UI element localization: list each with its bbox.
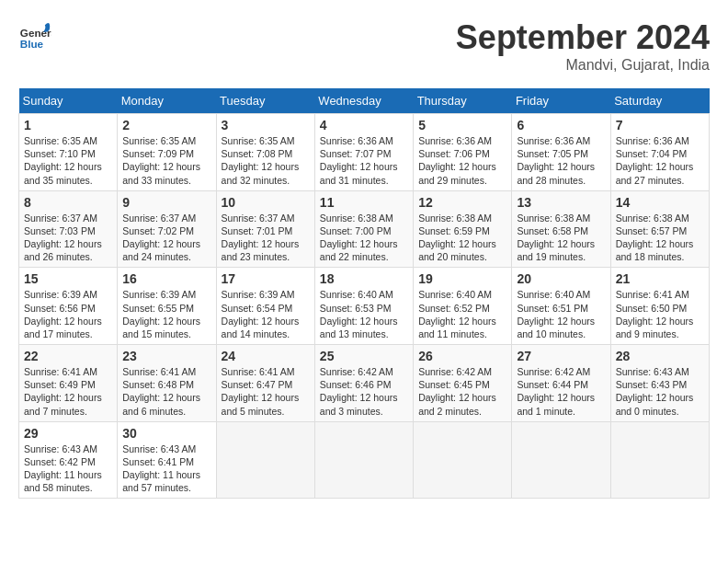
cell-content: Sunrise: 6:40 AMSunset: 6:52 PMDaylight:… [418, 289, 496, 339]
calendar-cell [512, 421, 610, 499]
calendar-cell: 11Sunrise: 6:38 AMSunset: 7:00 PMDayligh… [314, 190, 413, 268]
day-number: 4 [320, 118, 408, 132]
calendar-cell: 4Sunrise: 6:36 AMSunset: 7:07 PMDaylight… [314, 114, 413, 191]
day-number: 22 [24, 349, 112, 363]
calendar-week-1: 1Sunrise: 6:35 AMSunset: 7:10 PMDaylight… [19, 114, 710, 191]
cell-content: Sunrise: 6:42 AMSunset: 6:44 PMDaylight:… [517, 366, 595, 417]
calendar-cell: 21Sunrise: 6:41 AMSunset: 6:50 PMDayligh… [610, 268, 709, 345]
cell-content: Sunrise: 6:36 AMSunset: 7:07 PMDaylight:… [320, 135, 398, 186]
calendar-cell: 20Sunrise: 6:40 AMSunset: 6:51 PMDayligh… [512, 268, 610, 345]
cell-content: Sunrise: 6:36 AMSunset: 7:05 PMDaylight:… [517, 135, 595, 186]
day-number: 30 [122, 426, 210, 441]
day-number: 6 [517, 118, 605, 132]
calendar-cell: 5Sunrise: 6:36 AMSunset: 7:06 PMDaylight… [414, 114, 512, 191]
col-tuesday: Tuesday [216, 88, 314, 114]
day-number: 24 [222, 349, 310, 363]
logo: General Blue [18, 18, 51, 52]
calendar-cell: 3Sunrise: 6:35 AMSunset: 7:08 PMDaylight… [216, 114, 314, 191]
calendar-cell: 15Sunrise: 6:39 AMSunset: 6:56 PMDayligh… [19, 268, 118, 345]
cell-content: Sunrise: 6:39 AMSunset: 6:56 PMDaylight:… [24, 289, 102, 339]
day-number: 16 [122, 271, 210, 286]
calendar-cell: 23Sunrise: 6:41 AMSunset: 6:48 PMDayligh… [118, 345, 216, 422]
calendar-cell: 24Sunrise: 6:41 AMSunset: 6:47 PMDayligh… [216, 345, 314, 422]
calendar-table: Sunday Monday Tuesday Wednesday Thursday… [18, 88, 710, 499]
cell-content: Sunrise: 6:37 AMSunset: 7:03 PMDaylight:… [24, 213, 102, 263]
calendar-cell: 2Sunrise: 6:35 AMSunset: 7:09 PMDaylight… [118, 114, 216, 191]
calendar-cell: 1Sunrise: 6:35 AMSunset: 7:10 PMDaylight… [19, 114, 118, 191]
calendar-cell: 29Sunrise: 6:43 AMSunset: 6:42 PMDayligh… [19, 421, 118, 499]
calendar-cell [216, 421, 314, 499]
day-number: 23 [122, 349, 210, 363]
day-number: 8 [24, 195, 112, 210]
col-sunday: Sunday [19, 88, 118, 114]
calendar-cell: 7Sunrise: 6:36 AMSunset: 7:04 PMDaylight… [610, 114, 709, 191]
day-number: 18 [320, 271, 408, 286]
cell-content: Sunrise: 6:40 AMSunset: 6:51 PMDaylight:… [517, 289, 595, 339]
cell-content: Sunrise: 6:37 AMSunset: 7:01 PMDaylight:… [222, 213, 300, 263]
cell-content: Sunrise: 6:38 AMSunset: 7:00 PMDaylight:… [320, 213, 398, 263]
cell-content: Sunrise: 6:43 AMSunset: 6:42 PMDaylight:… [24, 443, 102, 494]
day-number: 19 [418, 271, 506, 286]
header-row: Sunday Monday Tuesday Wednesday Thursday… [19, 88, 710, 114]
cell-content: Sunrise: 6:38 AMSunset: 6:59 PMDaylight:… [418, 213, 496, 263]
cell-content: Sunrise: 6:35 AMSunset: 7:09 PMDaylight:… [122, 135, 200, 186]
calendar-cell: 14Sunrise: 6:38 AMSunset: 6:57 PMDayligh… [610, 190, 709, 268]
cell-content: Sunrise: 6:36 AMSunset: 7:04 PMDaylight:… [616, 135, 694, 186]
cell-content: Sunrise: 6:42 AMSunset: 6:46 PMDaylight:… [320, 366, 398, 417]
calendar-cell: 17Sunrise: 6:39 AMSunset: 6:54 PMDayligh… [216, 268, 314, 345]
logo-icon: General Blue [18, 18, 51, 52]
cell-content: Sunrise: 6:41 AMSunset: 6:49 PMDaylight:… [24, 366, 102, 417]
calendar-cell: 12Sunrise: 6:38 AMSunset: 6:59 PMDayligh… [414, 190, 512, 268]
calendar-cell: 13Sunrise: 6:38 AMSunset: 6:58 PMDayligh… [512, 190, 610, 268]
day-number: 20 [517, 271, 605, 286]
day-number: 27 [517, 349, 605, 363]
day-number: 12 [418, 195, 506, 210]
calendar-week-3: 15Sunrise: 6:39 AMSunset: 6:56 PMDayligh… [19, 268, 710, 345]
calendar-cell: 25Sunrise: 6:42 AMSunset: 6:46 PMDayligh… [314, 345, 413, 422]
cell-content: Sunrise: 6:37 AMSunset: 7:02 PMDaylight:… [122, 213, 200, 263]
calendar-cell: 22Sunrise: 6:41 AMSunset: 6:49 PMDayligh… [19, 345, 118, 422]
cell-content: Sunrise: 6:42 AMSunset: 6:45 PMDaylight:… [418, 366, 496, 417]
cell-content: Sunrise: 6:38 AMSunset: 6:57 PMDaylight:… [616, 213, 694, 263]
calendar-cell: 8Sunrise: 6:37 AMSunset: 7:03 PMDaylight… [19, 190, 118, 268]
day-number: 15 [24, 271, 112, 286]
title-area: September 2024 Mandvi, Gujarat, India [456, 18, 710, 74]
calendar-cell: 26Sunrise: 6:42 AMSunset: 6:45 PMDayligh… [414, 345, 512, 422]
calendar-cell: 28Sunrise: 6:43 AMSunset: 6:43 PMDayligh… [610, 345, 709, 422]
calendar-cell: 6Sunrise: 6:36 AMSunset: 7:05 PMDaylight… [512, 114, 610, 191]
day-number: 10 [222, 195, 310, 210]
col-monday: Monday [118, 88, 216, 114]
calendar-cell [414, 421, 512, 499]
calendar-cell [610, 421, 709, 499]
day-number: 9 [122, 195, 210, 210]
cell-content: Sunrise: 6:43 AMSunset: 6:41 PMDaylight:… [122, 443, 200, 494]
day-number: 26 [418, 349, 506, 363]
cell-content: Sunrise: 6:41 AMSunset: 6:50 PMDaylight:… [616, 289, 694, 339]
day-number: 11 [320, 195, 408, 210]
day-number: 14 [616, 195, 704, 210]
calendar-cell: 18Sunrise: 6:40 AMSunset: 6:53 PMDayligh… [314, 268, 413, 345]
cell-content: Sunrise: 6:35 AMSunset: 7:08 PMDaylight:… [222, 135, 300, 186]
cell-content: Sunrise: 6:43 AMSunset: 6:43 PMDaylight:… [616, 366, 694, 417]
cell-content: Sunrise: 6:41 AMSunset: 6:48 PMDaylight:… [122, 366, 200, 417]
cell-content: Sunrise: 6:36 AMSunset: 7:06 PMDaylight:… [418, 135, 496, 186]
month-title: September 2024 [456, 18, 710, 57]
calendar-cell [314, 421, 413, 499]
calendar-cell: 9Sunrise: 6:37 AMSunset: 7:02 PMDaylight… [118, 190, 216, 268]
col-saturday: Saturday [610, 88, 709, 114]
day-number: 1 [24, 118, 112, 132]
day-number: 5 [418, 118, 506, 132]
cell-content: Sunrise: 6:38 AMSunset: 6:58 PMDaylight:… [517, 213, 595, 263]
col-wednesday: Wednesday [314, 88, 413, 114]
day-number: 2 [122, 118, 210, 132]
cell-content: Sunrise: 6:40 AMSunset: 6:53 PMDaylight:… [320, 289, 398, 339]
day-number: 7 [616, 118, 704, 132]
calendar-cell: 16Sunrise: 6:39 AMSunset: 6:55 PMDayligh… [118, 268, 216, 345]
cell-content: Sunrise: 6:35 AMSunset: 7:10 PMDaylight:… [24, 135, 102, 186]
day-number: 21 [616, 271, 704, 286]
calendar-week-5: 29Sunrise: 6:43 AMSunset: 6:42 PMDayligh… [19, 421, 710, 499]
day-number: 29 [24, 426, 112, 441]
calendar-week-2: 8Sunrise: 6:37 AMSunset: 7:03 PMDaylight… [19, 190, 710, 268]
calendar-week-4: 22Sunrise: 6:41 AMSunset: 6:49 PMDayligh… [19, 345, 710, 422]
svg-text:Blue: Blue [20, 38, 44, 50]
